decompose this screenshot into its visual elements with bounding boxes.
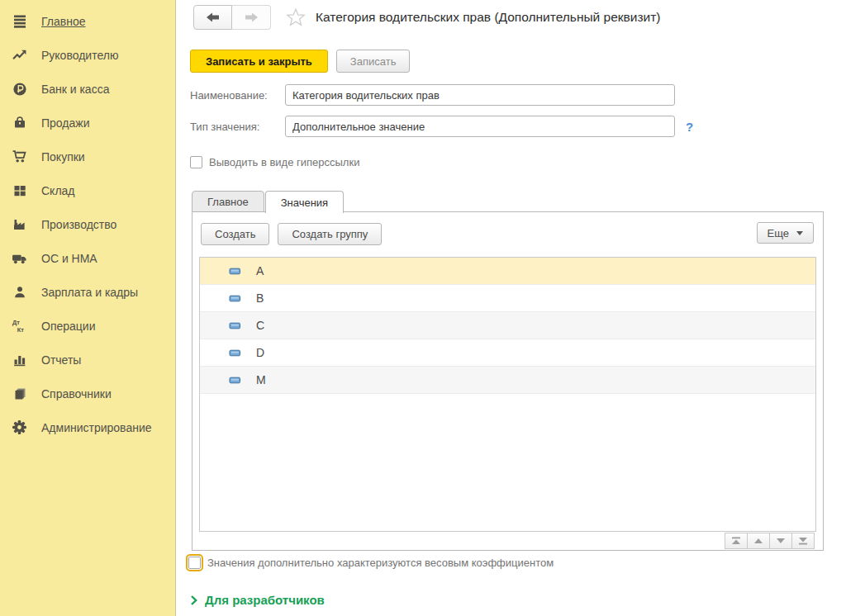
form-header: Категория водительских прав (Дополнитель… <box>193 5 661 30</box>
move-down-icon <box>775 536 787 546</box>
values-panel: Создать Создать группу Еще A B <box>192 211 824 551</box>
move-to-top-button[interactable] <box>725 533 748 549</box>
sidebar-item-administration[interactable]: Администрирование <box>0 410 175 444</box>
truck-icon <box>12 250 27 266</box>
sidebar-item-label: Зарплата и кадры <box>41 286 138 299</box>
type-field-label: Тип значения: <box>190 121 285 133</box>
more-button[interactable]: Еще <box>757 222 814 244</box>
value-item-label: C <box>256 319 264 332</box>
main-content: Категория водительских прав (Дополнитель… <box>177 0 846 616</box>
move-up-button[interactable] <box>747 533 770 549</box>
list-item[interactable]: M <box>200 367 815 394</box>
sidebar-item-label: Справочники <box>41 387 112 400</box>
hyperlink-checkbox[interactable] <box>190 156 202 168</box>
sidebar-item-purchases[interactable]: Покупки <box>0 140 175 173</box>
gear-icon <box>12 419 27 435</box>
menu-icon <box>12 13 27 29</box>
value-item-icon <box>229 265 241 277</box>
list-item[interactable]: A <box>200 258 815 285</box>
value-item-label: A <box>256 264 264 277</box>
developers-link[interactable]: Для разработчиков <box>190 593 325 607</box>
factory-icon <box>12 216 27 232</box>
sidebar-item-warehouse[interactable]: Склад <box>0 173 175 207</box>
developers-link-label: Для разработчиков <box>205 593 325 607</box>
list-item[interactable]: B <box>200 285 815 312</box>
value-type-input[interactable] <box>285 116 675 137</box>
bar-chart-icon <box>12 352 27 367</box>
back-button[interactable] <box>193 5 232 30</box>
sidebar-item-reports[interactable]: Отчеты <box>0 343 175 377</box>
list-item[interactable]: C <box>200 312 815 339</box>
books-icon <box>12 386 27 401</box>
forward-arrow-icon <box>244 12 259 23</box>
list-item[interactable]: D <box>200 339 815 367</box>
trend-icon <box>12 47 27 63</box>
cart-icon <box>12 149 27 164</box>
sidebar-item-label: Банк и касса <box>41 83 109 96</box>
sidebar-item-production[interactable]: Производство <box>0 207 175 241</box>
sidebar-item-payroll-hr[interactable]: Зарплата и кадры <box>0 275 175 309</box>
favorite-star-icon[interactable] <box>286 7 306 27</box>
sales-bag-icon <box>12 115 27 130</box>
sidebar-item-label: Склад <box>41 184 75 197</box>
dtkt-icon: ДтКт <box>12 318 27 334</box>
sidebar-item-label: Отчеты <box>41 353 81 367</box>
sidebar-item-label: Главное <box>41 15 86 28</box>
more-button-label: Еще <box>768 227 789 239</box>
back-arrow-icon <box>206 12 221 23</box>
sidebar-item-label: Продажи <box>41 116 89 130</box>
move-up-icon <box>753 536 764 546</box>
sidebar-item-label: Производство <box>41 218 116 231</box>
value-item-icon <box>229 292 241 305</box>
value-item-icon <box>229 374 241 386</box>
hyperlink-checkbox-row: Выводить в виде гиперссылки <box>190 156 359 168</box>
save-and-close-button[interactable]: Записать и закрыть <box>190 50 328 73</box>
create-button[interactable]: Создать <box>201 223 269 245</box>
value-item-icon <box>229 320 241 332</box>
value-item-label: B <box>256 291 264 305</box>
tab-values[interactable]: Значения <box>265 191 344 213</box>
weight-checkbox[interactable] <box>188 557 201 569</box>
sidebar-item-label: Операции <box>41 320 96 333</box>
sidebar-item-label: Руководителю <box>41 49 118 62</box>
value-item-label: D <box>256 346 264 359</box>
chevron-down-icon <box>796 231 803 235</box>
value-item-label: M <box>256 373 266 386</box>
values-list: A B C D M <box>199 257 816 532</box>
tab-main[interactable]: Главное <box>192 191 264 212</box>
warehouse-icon <box>12 182 27 198</box>
chevron-right-icon <box>190 595 198 606</box>
sidebar-item-directories[interactable]: Справочники <box>0 377 175 410</box>
value-item-icon <box>229 347 241 359</box>
sidebar-item-bank-cash[interactable]: Банк и касса <box>0 72 175 106</box>
app-window: Главное Руководителю Банк и касса Продаж… <box>0 0 846 616</box>
name-input[interactable] <box>285 84 675 106</box>
create-group-button[interactable]: Создать группу <box>278 223 382 245</box>
name-field-row: Наименование: <box>190 84 675 106</box>
sidebar-item-label: Администрирование <box>41 421 152 434</box>
help-icon[interactable]: ? <box>686 120 693 134</box>
weight-checkbox-label: Значения дополнительно характеризуются в… <box>207 557 554 569</box>
name-field-label: Наименование: <box>190 89 285 102</box>
sidebar-item-main[interactable]: Главное <box>0 4 175 38</box>
ruble-icon <box>12 81 27 97</box>
values-toolbar: Создать Создать группу <box>201 223 382 245</box>
reorder-toolbar <box>725 533 815 549</box>
save-button[interactable]: Записать <box>336 50 411 73</box>
form-toolbar: Записать и закрыть Записать <box>190 50 410 73</box>
forward-button[interactable] <box>232 5 271 30</box>
weight-checkbox-row: Значения дополнительно характеризуются в… <box>188 557 554 569</box>
sidebar: Главное Руководителю Банк и касса Продаж… <box>0 0 176 616</box>
sidebar-item-fixed-assets[interactable]: ОС и НМА <box>0 241 175 275</box>
person-icon <box>12 284 27 300</box>
sidebar-item-manager[interactable]: Руководителю <box>0 38 175 72</box>
sidebar-item-operations[interactable]: ДтКт Операции <box>0 309 175 343</box>
svg-text:Дт: Дт <box>12 319 20 326</box>
history-nav <box>193 5 271 30</box>
svg-text:Кт: Кт <box>17 326 25 334</box>
sidebar-item-label: ОС и НМА <box>41 252 97 265</box>
move-to-bottom-button[interactable] <box>791 533 815 549</box>
sidebar-item-sales[interactable]: Продажи <box>0 106 175 140</box>
move-down-button[interactable] <box>769 533 792 549</box>
page-title: Категория водительских прав (Дополнитель… <box>316 10 661 25</box>
